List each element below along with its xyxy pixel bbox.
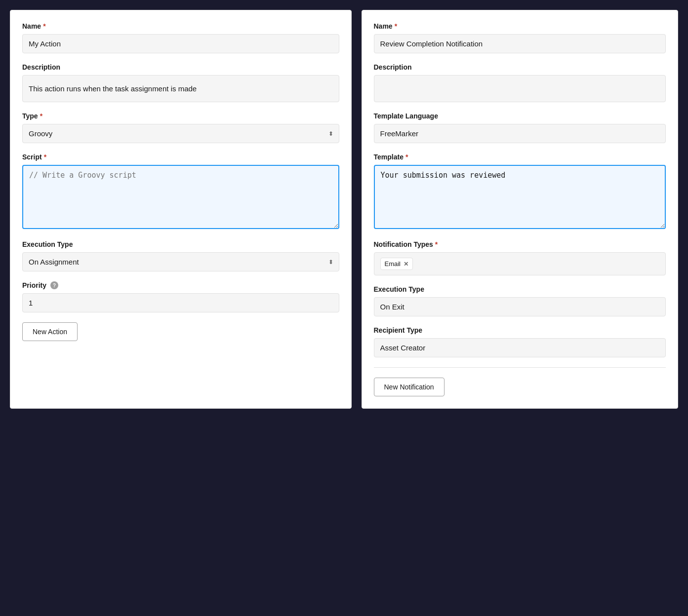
left-execution-type-group: Execution Type On Assignment On Entry On…: [22, 240, 339, 271]
left-priority-label: Priority ?: [22, 281, 339, 289]
right-name-input[interactable]: [374, 34, 666, 53]
left-script-label-text: Script: [22, 153, 42, 161]
right-template-label-text: Template: [374, 153, 404, 161]
right-new-notification-container: New Notification: [374, 378, 666, 396]
left-priority-group: Priority ?: [22, 281, 339, 312]
right-execution-type-label-text: Execution Type: [374, 285, 424, 293]
new-action-button[interactable]: New Action: [22, 322, 78, 341]
right-divider: [374, 367, 666, 368]
left-execution-type-select[interactable]: On Assignment On Entry On Exit: [22, 252, 339, 271]
left-execution-type-label: Execution Type: [22, 240, 339, 248]
right-panel: Name * Description Template Language: [362, 10, 679, 409]
new-notification-btn-label: New Notification: [384, 383, 434, 391]
left-type-required: *: [40, 112, 42, 120]
left-name-group: Name *: [22, 22, 339, 53]
right-template-language-group: Template Language: [374, 112, 666, 143]
right-template-required: *: [405, 153, 408, 161]
right-description-group: Description: [374, 63, 666, 102]
right-description-input[interactable]: [374, 75, 666, 102]
right-name-required: *: [395, 22, 397, 30]
left-type-select[interactable]: Groovy JavaScript Python: [22, 124, 339, 143]
left-name-label-text: Name: [22, 22, 41, 30]
left-priority-input[interactable]: [22, 293, 339, 312]
right-name-group: Name *: [374, 22, 666, 53]
right-execution-type-input[interactable]: [374, 297, 666, 316]
right-template-language-label: Template Language: [374, 112, 666, 120]
right-execution-type-label: Execution Type: [374, 285, 666, 293]
right-execution-type-group: Execution Type: [374, 285, 666, 316]
right-panel-scroll[interactable]: Name * Description Template Language: [362, 10, 679, 409]
right-template-group: Template * Your submission was reviewed: [374, 153, 666, 231]
left-name-input[interactable]: [22, 34, 339, 53]
left-script-group: Script *: [22, 153, 339, 231]
right-description-label-text: Description: [374, 63, 412, 71]
left-priority-label-text: Priority: [22, 281, 46, 289]
left-execution-type-label-text: Execution Type: [22, 240, 73, 248]
right-recipient-type-label-text: Recipient Type: [374, 326, 423, 334]
left-script-textarea[interactable]: [22, 165, 339, 229]
right-template-language-input[interactable]: [374, 124, 666, 143]
right-template-language-label-text: Template Language: [374, 112, 438, 120]
email-tag: Email ✕: [380, 258, 413, 270]
left-new-action-container: New Action: [22, 322, 339, 341]
left-script-label: Script *: [22, 153, 339, 161]
new-notification-button[interactable]: New Notification: [374, 378, 445, 396]
new-action-btn-label: New Action: [33, 328, 67, 336]
right-notification-types-label: Notification Types *: [374, 240, 666, 248]
left-type-label-text: Type: [22, 112, 38, 120]
left-name-label: Name *: [22, 22, 339, 30]
left-name-required: *: [43, 22, 45, 30]
left-description-group: Description: [22, 63, 339, 102]
left-description-label-text: Description: [22, 63, 60, 71]
right-name-label-text: Name: [374, 22, 393, 30]
right-recipient-type-label: Recipient Type: [374, 326, 666, 334]
left-priority-help-icon[interactable]: ?: [50, 281, 58, 289]
right-template-label: Template *: [374, 153, 666, 161]
left-execution-type-select-wrapper: On Assignment On Entry On Exit ⬍: [22, 252, 339, 271]
right-recipient-type-group: Recipient Type: [374, 326, 666, 357]
left-type-group: Type * Groovy JavaScript Python ⬍: [22, 112, 339, 143]
left-description-input[interactable]: [22, 75, 339, 102]
right-description-label: Description: [374, 63, 666, 71]
right-notification-types-group: Notification Types * Email ✕: [374, 240, 666, 275]
left-type-label: Type *: [22, 112, 339, 120]
left-panel: Name * Description Type * Groovy JavaScr…: [10, 10, 352, 409]
right-name-label: Name *: [374, 22, 666, 30]
right-recipient-type-input[interactable]: [374, 338, 666, 357]
right-notification-types-tags[interactable]: Email ✕: [374, 252, 666, 275]
right-notification-types-label-text: Notification Types: [374, 240, 433, 248]
right-template-textarea[interactable]: Your submission was reviewed: [374, 165, 666, 229]
left-script-required: *: [44, 153, 46, 161]
right-notification-types-required: *: [435, 240, 438, 248]
email-tag-label: Email: [385, 260, 401, 268]
left-type-select-wrapper: Groovy JavaScript Python ⬍: [22, 124, 339, 143]
email-tag-close[interactable]: ✕: [404, 261, 408, 268]
left-description-label: Description: [22, 63, 339, 71]
page-container: Name * Description Type * Groovy JavaScr…: [10, 10, 678, 409]
